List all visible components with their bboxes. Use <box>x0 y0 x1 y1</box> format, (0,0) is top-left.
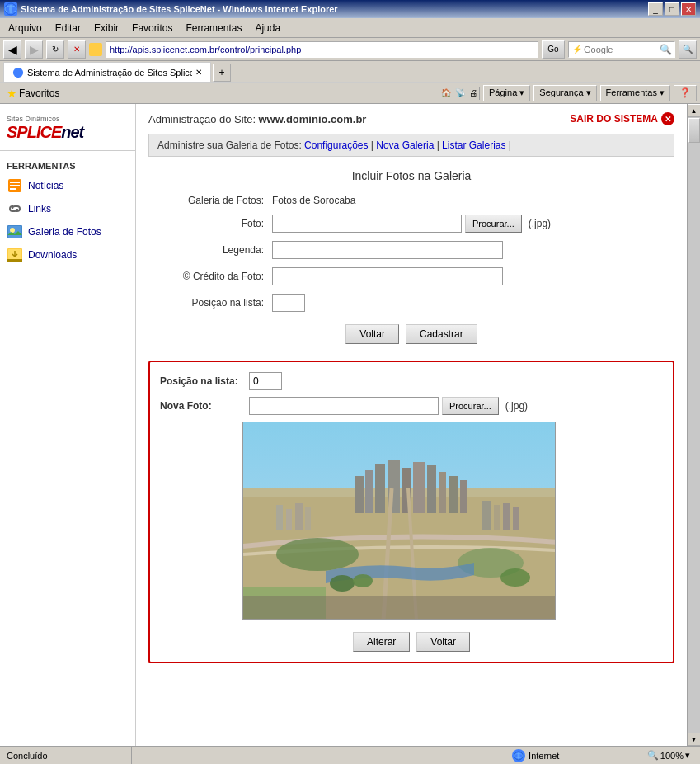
scrollbar[interactable]: ▲ ▼ <box>687 104 700 746</box>
svg-rect-25 <box>460 480 467 513</box>
svg-rect-22 <box>365 470 373 513</box>
help-button[interactable]: ❓ <box>674 85 697 101</box>
breadcrumb-configuracoes[interactable]: Configurações <box>304 139 368 151</box>
scroll-thumb[interactable] <box>688 118 700 143</box>
browser-icon <box>4 2 17 16</box>
links-icon <box>7 200 23 217</box>
print-icon[interactable]: 🖨 <box>469 88 477 97</box>
sidebar-item-galeria[interactable]: Galeria de Fotos <box>0 220 135 243</box>
status-text: Concluído <box>3 747 132 764</box>
logo-net: net <box>61 123 83 142</box>
form-row-foto: Foto: Procurar... (.jpg) <box>148 215 674 233</box>
search-button[interactable]: 🔍 <box>660 44 672 55</box>
menu-ajuda[interactable]: Ajuda <box>248 21 287 35</box>
active-tab[interactable]: Sistema de Administração de Sites Splice… <box>3 62 211 82</box>
favorites-label[interactable]: Favoritos <box>19 87 59 99</box>
sidebar: Sites Dinâmicos SPLICEnet FERRAMENTAS No… <box>0 104 136 746</box>
tools-button[interactable]: Ferramentas ▾ <box>600 85 670 101</box>
stop-button[interactable]: ✕ <box>68 40 86 59</box>
edit-action-buttons: Alterar Voltar <box>160 632 663 652</box>
foto-input[interactable] <box>272 215 462 233</box>
breadcrumb: Administre sua Galeria de Fotos: Configu… <box>148 134 674 157</box>
fav-icon-group: 🏠 📡 🖨 <box>441 87 480 100</box>
credito-input[interactable] <box>272 267 503 285</box>
search-input[interactable] <box>584 45 658 54</box>
refresh-button[interactable]: ↻ <box>46 40 64 59</box>
title-bar: Sistema de Administração de Sites Splice… <box>0 0 700 18</box>
edit-nova-foto-label: Nova Foto: <box>160 400 242 412</box>
svg-rect-16 <box>375 464 385 513</box>
alterar-button[interactable]: Alterar <box>353 632 410 652</box>
menu-favoritos[interactable]: Favoritos <box>125 21 179 35</box>
svg-rect-8 <box>8 226 21 238</box>
svg-rect-23 <box>355 476 364 513</box>
menu-arquivo[interactable]: Arquivo <box>2 21 49 35</box>
zoom-dropdown-icon[interactable]: ▾ <box>685 750 690 761</box>
scroll-track[interactable] <box>688 117 700 733</box>
exit-button[interactable]: SAIR DO SISTEMA ✕ <box>570 112 674 125</box>
svg-point-39 <box>353 574 373 587</box>
foto-input-group: Procurar... (.jpg) <box>272 215 551 233</box>
photo-preview <box>242 422 556 620</box>
page-button[interactable]: Página ▾ <box>483 85 530 101</box>
sidebar-logo: Sites Dinâmicos SPLICEnet <box>0 111 135 151</box>
sidebar-item-downloads[interactable]: Downloads <box>0 243 135 266</box>
logo-brand: SPLICEnet <box>7 123 129 142</box>
edit-foto-input[interactable] <box>249 397 439 415</box>
legenda-input[interactable] <box>272 241 503 259</box>
svg-rect-34 <box>494 505 500 530</box>
home-icon[interactable]: 🏠 <box>441 88 451 97</box>
scroll-down-button[interactable]: ▼ <box>688 733 701 746</box>
security-button[interactable]: Segurança ▾ <box>533 85 596 101</box>
downloads-icon <box>7 247 23 263</box>
tab-close-icon[interactable]: ✕ <box>195 68 202 77</box>
tab-bar: Sistema de Administração de Sites Splice… <box>0 61 700 83</box>
breadcrumb-listar-galerias[interactable]: Listar Galerias <box>442 139 505 151</box>
menu-ferramentas[interactable]: Ferramentas <box>179 21 248 35</box>
foto-browse-button[interactable]: Procurar... <box>465 215 522 233</box>
svg-rect-6 <box>10 188 16 190</box>
form-row-credito: © Crédito da Foto: <box>148 267 674 285</box>
forward-button[interactable]: ▶ <box>25 40 43 59</box>
new-tab-button[interactable]: + <box>213 64 231 82</box>
voltar-button[interactable]: Voltar <box>345 324 399 344</box>
posicao-input[interactable] <box>272 294 305 312</box>
breadcrumb-nova-galeria[interactable]: Nova Galeria <box>376 139 434 151</box>
rss-icon[interactable]: 📡 <box>455 88 465 97</box>
form-title: Incluir Fotos na Galeria <box>148 169 674 182</box>
svg-point-40 <box>500 568 530 587</box>
logo-tagline: Sites Dinâmicos <box>7 115 129 123</box>
cadastrar-button[interactable]: Cadastrar <box>406 324 477 344</box>
scroll-up-button[interactable]: ▲ <box>688 104 701 117</box>
status-bar: Concluído Internet 🔍 100% ▾ <box>0 746 700 764</box>
back-button[interactable]: ◀ <box>3 40 21 59</box>
zoom-control[interactable]: 🔍 100% ▾ <box>641 747 697 764</box>
menu-exibir[interactable]: Exibir <box>87 21 125 35</box>
galeria-label: Galeria de Fotos: <box>148 195 264 206</box>
site-admin-label: Administração do Site: www.dominio.com.b… <box>148 113 366 125</box>
svg-rect-29 <box>276 505 283 530</box>
page-tools-bar: ★ Favoritos 🏠 📡 🖨 Página ▾ Segurança ▾ F… <box>0 83 700 104</box>
zoom-controls[interactable]: 🔍 100% ▾ <box>647 750 690 761</box>
menu-editar[interactable]: Editar <box>49 21 87 35</box>
close-button[interactable]: ✕ <box>681 2 696 16</box>
search-go-button[interactable]: 🔍 <box>679 40 697 59</box>
svg-rect-5 <box>10 185 20 186</box>
maximize-button[interactable]: □ <box>665 2 679 16</box>
main-layout: Sites Dinâmicos SPLICEnet FERRAMENTAS No… <box>0 104 700 746</box>
minimize-button[interactable]: _ <box>648 2 663 16</box>
go-button[interactable]: Go <box>542 40 565 59</box>
svg-rect-12 <box>7 259 22 262</box>
sidebar-label-links: Links <box>28 203 51 215</box>
edit-voltar-button[interactable]: Voltar <box>416 632 470 652</box>
svg-point-9 <box>10 228 15 233</box>
edit-section: Posição na lista: Nova Foto: Procurar...… <box>148 361 674 663</box>
window-title: Sistema de Administração de Sites Splice… <box>21 4 648 14</box>
edit-browse-button[interactable]: Procurar... <box>442 397 499 415</box>
sidebar-item-links[interactable]: Links <box>0 197 135 220</box>
edit-posicao-input[interactable] <box>249 372 282 390</box>
svg-rect-32 <box>305 507 311 530</box>
window-controls[interactable]: _ □ ✕ <box>648 2 696 16</box>
sidebar-item-noticias[interactable]: Notícias <box>0 174 135 197</box>
address-bar[interactable]: http://apis.splicenet.com.br/control/pri… <box>106 41 538 58</box>
